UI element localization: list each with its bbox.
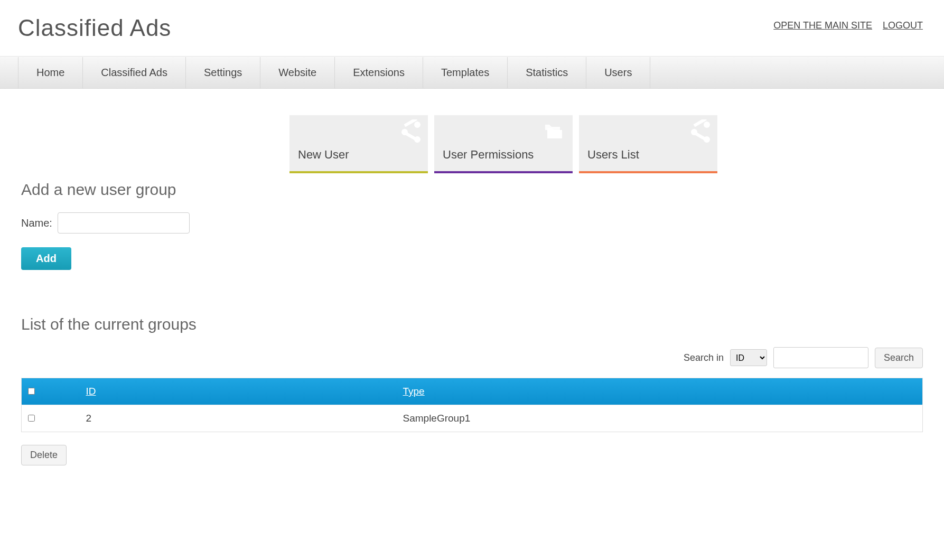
header: Classified Ads OPEN THE MAIN SITE LOGOUT (0, 0, 944, 41)
nav-home[interactable]: Home (18, 57, 82, 88)
search-button[interactable]: Search (875, 348, 923, 368)
svg-point-0 (414, 122, 420, 128)
svg-point-5 (704, 122, 710, 128)
share-icon (688, 119, 713, 145)
open-main-site-link[interactable]: OPEN THE MAIN SITE (773, 20, 872, 31)
card-label: New User (298, 148, 349, 162)
card-label: Users List (587, 148, 639, 162)
select-all-checkbox[interactable] (28, 388, 35, 395)
search-bar: Search in ID Search (21, 347, 923, 368)
nav-settings[interactable]: Settings (185, 57, 260, 88)
card-label: User Permissions (443, 148, 534, 162)
nav-website[interactable]: Website (260, 57, 334, 88)
name-input[interactable] (58, 212, 190, 234)
groups-list-heading: List of the current groups (21, 315, 923, 333)
nav-extensions[interactable]: Extensions (334, 57, 423, 88)
content: New User User Permissions Users List Add… (0, 89, 944, 492)
cell-id: 2 (80, 405, 397, 432)
nav-classified-ads[interactable]: Classified Ads (82, 57, 185, 88)
card-user-permissions[interactable]: User Permissions (434, 115, 573, 173)
groups-table: ID Type 2 SampleGroup1 (21, 378, 923, 432)
name-label: Name: (21, 217, 52, 229)
search-in-label: Search in (684, 352, 724, 363)
svg-rect-9 (693, 131, 707, 141)
col-checkbox (22, 378, 80, 405)
nav-users[interactable]: Users (586, 57, 650, 88)
search-query-input[interactable] (773, 347, 868, 368)
nav-templates[interactable]: Templates (423, 57, 507, 88)
site-title: Classified Ads (18, 15, 171, 41)
header-links: OPEN THE MAIN SITE LOGOUT (773, 15, 923, 31)
table-row: 2 SampleGroup1 (22, 405, 923, 432)
add-group-heading: Add a new user group (21, 181, 923, 199)
col-type: Type (397, 378, 923, 405)
nav-statistics[interactable]: Statistics (507, 57, 586, 88)
card-new-user[interactable]: New User (289, 115, 428, 173)
name-row: Name: (21, 212, 923, 234)
logout-link[interactable]: LOGOUT (883, 20, 923, 31)
sort-id-link[interactable]: ID (86, 386, 96, 397)
svg-rect-4 (404, 131, 417, 141)
sort-type-link[interactable]: Type (403, 386, 425, 397)
cell-type: SampleGroup1 (397, 405, 923, 432)
col-id: ID (80, 378, 397, 405)
row-checkbox[interactable] (28, 415, 35, 422)
search-field-select[interactable]: ID (730, 349, 767, 366)
folders-icon (543, 119, 568, 145)
table-actions: Delete (21, 445, 923, 465)
card-users-list[interactable]: Users List (579, 115, 717, 173)
share-icon (398, 119, 424, 145)
main-nav: Home Classified Ads Settings Website Ext… (0, 56, 944, 89)
add-button[interactable]: Add (21, 247, 71, 270)
delete-button[interactable]: Delete (21, 445, 67, 465)
action-cards: New User User Permissions Users List (289, 115, 923, 173)
